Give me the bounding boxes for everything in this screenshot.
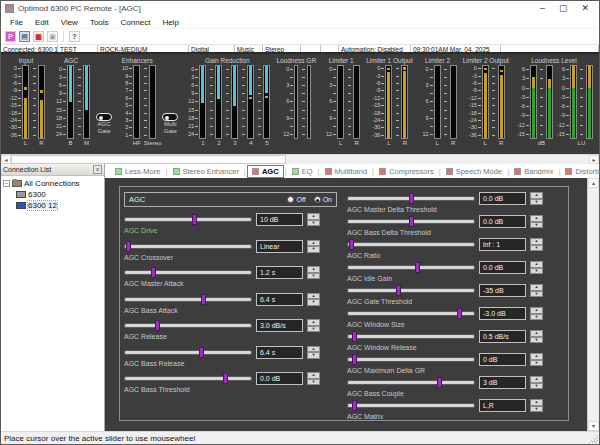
agc-drive-slider[interactable]	[124, 217, 252, 222]
menu-view[interactable]: View	[56, 17, 83, 28]
tab-compressors[interactable]: Compressors	[375, 166, 438, 177]
slider-thumb[interactable]	[352, 354, 357, 365]
slider-thumb[interactable]	[352, 400, 357, 411]
slider-thumb[interactable]	[437, 377, 442, 388]
connection-list-close-icon[interactable]: x	[93, 165, 102, 174]
collapse-icon[interactable]: −	[3, 180, 10, 187]
slider-thumb[interactable]	[199, 347, 204, 358]
slider-thumb[interactable]	[126, 241, 131, 252]
save-icon[interactable]: ▣	[47, 31, 58, 42]
spinner-down-icon[interactable]: ▼	[530, 406, 543, 413]
scrollbar-thumb[interactable]	[11, 155, 286, 164]
agc-bass-release-slider[interactable]	[124, 350, 252, 355]
agc-crossover-slider[interactable]	[124, 244, 252, 249]
spinner-down-icon[interactable]: ▼	[307, 379, 320, 386]
slider-thumb[interactable]	[192, 214, 197, 225]
menu-help[interactable]: Help	[157, 17, 183, 28]
meter-bar-l	[22, 65, 29, 139]
agc-matrix-slider[interactable]	[347, 403, 475, 408]
preset-icon[interactable]: P	[5, 31, 16, 42]
slider-thumb[interactable]	[151, 267, 156, 278]
slider-thumb[interactable]	[415, 262, 420, 273]
slider-thumb[interactable]	[349, 239, 354, 250]
tab-status-icon	[514, 168, 521, 175]
tab-bandmix[interactable]: Bandmix	[510, 166, 557, 177]
spinner-down-icon[interactable]: ▼	[307, 326, 320, 333]
tree-item-all-connections[interactable]: − All Connections	[3, 178, 104, 189]
spinner-down-icon[interactable]: ▼	[530, 222, 543, 229]
control-label: AGC Crossover	[124, 253, 337, 262]
spinner-down-icon[interactable]: ▼	[530, 291, 543, 298]
spinner-down-icon[interactable]: ▼	[530, 314, 543, 321]
agc-bass-couple-slider[interactable]	[347, 380, 475, 385]
scroll-up-icon[interactable]: ▴	[588, 178, 599, 188]
document-icon[interactable]: ▤	[19, 31, 30, 42]
close-button[interactable]: ✕	[581, 4, 589, 13]
slider-thumb[interactable]	[352, 331, 357, 342]
slider-thumb[interactable]	[155, 320, 160, 331]
slider-thumb[interactable]	[201, 294, 206, 305]
agc-master-attack-slider[interactable]	[124, 270, 252, 275]
tab-eq[interactable]: EQ	[288, 166, 317, 177]
spinner-down-icon[interactable]: ▼	[307, 246, 320, 253]
agc-maximum-delta-gr-slider[interactable]	[347, 357, 475, 362]
slider-thumb[interactable]	[396, 285, 401, 296]
controls-column-right: 0.0 dB▲▼AGC Master Delta Threshold0.0 dB…	[347, 192, 560, 415]
tab-distortion[interactable]: Distortion	[561, 166, 600, 177]
agc-idle-gain-slider[interactable]	[347, 265, 475, 270]
slider-thumb[interactable]	[457, 308, 462, 319]
menu-tools[interactable]: Tools	[85, 17, 114, 28]
agc-master-delta-threshold-slider[interactable]	[347, 196, 475, 201]
agc-window-size-slider[interactable]	[347, 311, 475, 316]
multi-gate-button[interactable]: MultiGate	[162, 94, 178, 154]
agc-bass-attack-slider[interactable]	[124, 297, 252, 302]
content-vertical-scrollbar[interactable]: ▴ ▾	[587, 178, 599, 431]
spinner-down-icon[interactable]: ▼	[530, 383, 543, 390]
agc-bass-threshold-slider[interactable]	[124, 376, 252, 381]
tab-less-more[interactable]: Less-More	[111, 166, 164, 177]
slider-thumb[interactable]	[409, 193, 414, 204]
menu-file[interactable]: File	[5, 17, 28, 28]
scroll-left-icon[interactable]: ◂	[1, 155, 11, 164]
meter-horizontal-scrollbar[interactable]: ◂ ▸	[1, 154, 599, 164]
status-field-1: TEST	[58, 45, 98, 52]
agc-maximum-delta-gr-value: 0 dB	[479, 353, 526, 366]
folder-icon	[12, 180, 22, 187]
spinner-down-icon[interactable]: ▼	[530, 199, 543, 206]
agc-window-release-slider[interactable]	[347, 334, 475, 339]
meters-icon[interactable]: ▦	[33, 31, 44, 42]
agc-off-radio[interactable]: Off	[287, 196, 305, 203]
scroll-down-icon[interactable]: ▾	[588, 421, 599, 431]
agc-gate-button[interactable]: AGCGate	[96, 94, 112, 154]
resize-grip[interactable]	[589, 434, 598, 443]
scroll-right-icon[interactable]: ▸	[589, 155, 599, 164]
agc-gate-threshold-slider[interactable]	[347, 288, 475, 293]
spinner-down-icon[interactable]: ▼	[307, 299, 320, 306]
tree-item-6300[interactable]: 6300	[3, 189, 104, 200]
tab-multiband[interactable]: Multiband	[321, 166, 372, 177]
slider-thumb[interactable]	[409, 216, 414, 227]
spinner-down-icon[interactable]: ▼	[307, 220, 320, 227]
agc-on-radio[interactable]: On	[314, 196, 332, 203]
control-agc-master-delta-threshold: 0.0 dB▲▼AGC Master Delta Threshold	[347, 192, 560, 214]
maximize-button[interactable]: ▢	[559, 4, 568, 13]
spinner-down-icon[interactable]: ▼	[530, 268, 543, 275]
tab-agc[interactable]: AGC	[247, 165, 284, 178]
agc-release-slider[interactable]	[124, 323, 252, 328]
agc-bass-delta-threshold-slider[interactable]	[347, 219, 475, 224]
spinner-down-icon[interactable]: ▼	[530, 245, 543, 252]
spinner-down-icon[interactable]: ▼	[307, 352, 320, 359]
spinner-down-icon[interactable]: ▼	[530, 360, 543, 367]
menu-edit[interactable]: Edit	[30, 17, 54, 28]
spinner-down-icon[interactable]: ▼	[530, 337, 543, 344]
minimize-button[interactable]: –	[540, 4, 545, 13]
tree-item-6300-12[interactable]: 6300 12	[3, 200, 104, 211]
slider-thumb[interactable]	[223, 373, 228, 384]
menu-connect[interactable]: Connect	[116, 17, 156, 28]
help-icon[interactable]: ?	[69, 31, 80, 42]
agc-bass-attack-spinner: ▲▼	[307, 293, 320, 306]
tab-stereo-enhancer[interactable]: Stereo Enhancer	[169, 166, 243, 177]
tab-speech-mode[interactable]: Speech Mode	[442, 166, 506, 177]
agc-ratio-slider[interactable]	[347, 242, 475, 247]
spinner-down-icon[interactable]: ▼	[307, 273, 320, 280]
